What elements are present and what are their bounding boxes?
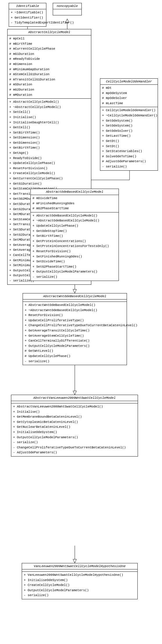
identifiable-box: Identifiable + ~Identifiable() + GetIden… — [9, 3, 46, 27]
abstract-van-leeuwen-title: AbstractVanLeeuwen2009WntSwatCellCycleMo… — [11, 395, 138, 401]
abstract-wnt-ode-based-cell-cycle-model-empty — [23, 300, 127, 302]
abstract-van-leeuwen-box: AbstractVanLeeuwen2009WntSwatCellCycleMo… — [11, 395, 138, 457]
noncopyable-empty — [53, 9, 81, 15]
abstract-ode-based-cell-cycle-model-title: AbstractOdeBasedCellCycleModel — [31, 189, 119, 195]
van-leeuwen-hypothesis-one-methods: + VanLeeuwen2009WntSwatCellCycleModelHyp… — [22, 572, 137, 599]
abstract-ode-based-cell-cycle-model-fields: # mDivideTime # mFinishedRunningOdes # m… — [31, 195, 119, 212]
abstract-van-leeuwen-methods: + AbstractVanLeeuwen2009WntSwatCellCycle… — [11, 403, 138, 456]
abstract-ode-based-cell-cycle-model-methods: + AbstractOdeBasedCellCycleModel() + ~Ab… — [31, 212, 119, 281]
van-leeuwen-hypothesis-one-title: VanLeeuwen2009WntSwatCellCycleModelHypot… — [22, 563, 137, 569]
abstract-wnt-ode-based-cell-cycle-model-methods: + AbstractWntOdeBasedCellCycleModel() + … — [23, 302, 127, 365]
noncopyable-title: noncopyable — [53, 3, 81, 9]
abstract-ode-based-cell-cycle-model-box: AbstractOdeBasedCellCycleModel # mDivide… — [30, 189, 119, 281]
van-leeuwen-hypothesis-one-box: VanLeeuwen2009WntSwatCellCycleModelHypot… — [22, 563, 138, 599]
cell-cycle-model-ode-handler-box: CellCycleModelOdeHandler # mDt # mpOdeSy… — [100, 78, 158, 171]
abstract-cell-cycle-model-title: AbstractCellCycleModel — [8, 29, 91, 35]
svg-marker-15 — [73, 391, 77, 395]
abstract-wnt-ode-based-cell-cycle-model-box: AbstractWntOdeBasedCellCycleModel + Abst… — [23, 293, 127, 365]
abstract-wnt-ode-based-cell-cycle-model-title: AbstractWntOdeBasedCellCycleModel — [23, 293, 127, 300]
cell-cycle-model-ode-handler-methods: + CellCycleModelOdeHandler() + ~CellCycl… — [100, 107, 158, 170]
diagram-container: Identifiable + ~Identifiable() + GetIden… — [0, 0, 162, 644]
cell-cycle-model-ode-handler-fields: # mDt # mpOdeSystem # mpOdeSolver # mLas… — [100, 85, 158, 107]
identifiable-methods: + ~Identifiable() + GetIdentifier() - Ti… — [9, 9, 46, 26]
cell-cycle-model-ode-handler-title: CellCycleModelOdeHandler — [100, 79, 158, 85]
noncopyable-box: noncopyable — [53, 3, 82, 15]
abstract-cell-cycle-model-fields: # mpCell # mBirthTime # mCurrentCellCycl… — [8, 35, 91, 99]
abstract-van-leeuwen-empty — [11, 401, 138, 403]
identifiable-title: Identifiable — [9, 3, 46, 9]
svg-marker-13 — [73, 289, 77, 293]
svg-marker-17 — [73, 559, 77, 563]
van-leeuwen-hypothesis-one-empty — [22, 569, 137, 572]
